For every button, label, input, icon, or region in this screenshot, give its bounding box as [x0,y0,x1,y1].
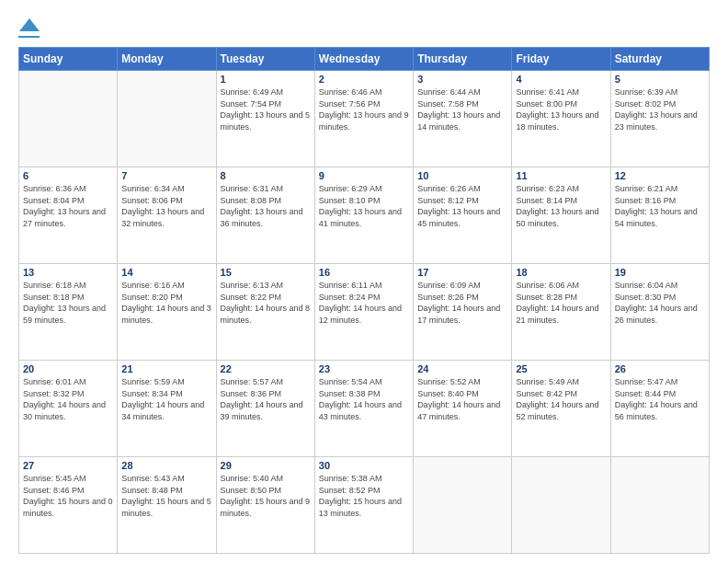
day-number: 3 [417,74,507,85]
logo-icon [19,17,40,33]
day-info: Sunrise: 6:09 AM Sunset: 8:26 PM Dayligh… [417,280,507,326]
calendar-week-row: 13Sunrise: 6:18 AM Sunset: 8:18 PM Dayli… [19,264,710,361]
day-number: 22 [221,363,311,374]
day-info: Sunrise: 6:36 AM Sunset: 8:04 PM Dayligh… [23,183,113,229]
page: Sunday Monday Tuesday Wednesday Thursday… [0,0,728,563]
day-info: Sunrise: 5:52 AM Sunset: 8:40 PM Dayligh… [417,376,507,422]
day-info: Sunrise: 5:43 AM Sunset: 8:48 PM Dayligh… [121,473,211,519]
day-number: 4 [516,74,606,85]
calendar-cell: 4Sunrise: 6:41 AM Sunset: 8:00 PM Daylig… [512,71,610,167]
calendar-cell: 1Sunrise: 6:49 AM Sunset: 7:54 PM Daylig… [216,71,314,167]
calendar-cell: 15Sunrise: 6:13 AM Sunset: 8:22 PM Dayli… [216,264,314,361]
col-monday: Monday [118,48,216,71]
day-number: 12 [615,170,705,181]
day-number: 7 [121,170,211,181]
day-number: 9 [319,170,409,181]
col-sunday: Sunday [19,48,118,71]
calendar-cell: 14Sunrise: 6:16 AM Sunset: 8:20 PM Dayli… [118,264,216,361]
calendar-cell: 28Sunrise: 5:43 AM Sunset: 8:48 PM Dayli… [118,457,216,554]
calendar-cell: 8Sunrise: 6:31 AM Sunset: 8:08 PM Daylig… [216,167,314,264]
day-number: 14 [121,267,211,278]
day-number: 28 [121,460,211,471]
day-number: 15 [221,267,311,278]
day-number: 2 [319,74,409,85]
calendar-cell: 16Sunrise: 6:11 AM Sunset: 8:24 PM Dayli… [314,264,413,361]
calendar-week-row: 1Sunrise: 6:49 AM Sunset: 7:54 PM Daylig… [19,71,710,167]
day-info: Sunrise: 6:13 AM Sunset: 8:22 PM Dayligh… [221,280,311,326]
calendar-week-row: 20Sunrise: 6:01 AM Sunset: 8:32 PM Dayli… [19,361,710,457]
day-info: Sunrise: 5:38 AM Sunset: 8:52 PM Dayligh… [319,473,409,519]
day-number: 6 [23,170,113,181]
day-info: Sunrise: 5:54 AM Sunset: 8:38 PM Dayligh… [319,376,409,422]
calendar-cell: 25Sunrise: 5:49 AM Sunset: 8:42 PM Dayli… [512,361,610,457]
calendar-cell: 7Sunrise: 6:34 AM Sunset: 8:06 PM Daylig… [118,167,216,264]
day-number: 10 [417,170,507,181]
day-number: 21 [121,363,211,374]
calendar-cell: 2Sunrise: 6:46 AM Sunset: 7:56 PM Daylig… [314,71,413,167]
col-friday: Friday [512,48,610,71]
calendar-week-row: 27Sunrise: 5:45 AM Sunset: 8:46 PM Dayli… [19,457,710,554]
calendar-cell: 22Sunrise: 5:57 AM Sunset: 8:36 PM Dayli… [216,361,314,457]
calendar-cell: 19Sunrise: 6:04 AM Sunset: 8:30 PM Dayli… [610,264,709,361]
calendar-cell [118,71,216,167]
day-number: 16 [319,267,409,278]
day-info: Sunrise: 6:31 AM Sunset: 8:08 PM Dayligh… [221,183,311,229]
calendar-cell: 21Sunrise: 5:59 AM Sunset: 8:34 PM Dayli… [118,361,216,457]
calendar-cell: 12Sunrise: 6:21 AM Sunset: 8:16 PM Dayli… [610,167,709,264]
col-tuesday: Tuesday [216,48,314,71]
day-number: 19 [615,267,705,278]
day-info: Sunrise: 6:11 AM Sunset: 8:24 PM Dayligh… [319,280,409,326]
calendar-cell: 29Sunrise: 5:40 AM Sunset: 8:50 PM Dayli… [216,457,314,554]
calendar-cell: 13Sunrise: 6:18 AM Sunset: 8:18 PM Dayli… [19,264,118,361]
day-number: 30 [319,460,409,471]
day-number: 13 [23,267,113,278]
day-number: 26 [615,363,705,374]
logo-line [18,36,40,38]
calendar-week-row: 6Sunrise: 6:36 AM Sunset: 8:04 PM Daylig… [19,167,710,264]
day-number: 8 [221,170,311,181]
calendar-cell: 6Sunrise: 6:36 AM Sunset: 8:04 PM Daylig… [19,167,118,264]
calendar-cell: 5Sunrise: 6:39 AM Sunset: 8:02 PM Daylig… [610,71,709,167]
calendar-cell [512,457,610,554]
day-number: 17 [417,267,507,278]
svg-marker-0 [19,18,40,31]
day-info: Sunrise: 5:45 AM Sunset: 8:46 PM Dayligh… [23,473,113,519]
col-wednesday: Wednesday [314,48,413,71]
day-number: 27 [23,460,113,471]
day-info: Sunrise: 6:49 AM Sunset: 7:54 PM Dayligh… [221,86,311,132]
day-info: Sunrise: 6:21 AM Sunset: 8:16 PM Dayligh… [615,183,705,229]
header [18,17,710,38]
day-number: 29 [221,460,311,471]
calendar-cell: 3Sunrise: 6:44 AM Sunset: 7:58 PM Daylig… [414,71,512,167]
logo [18,17,40,38]
calendar-cell: 30Sunrise: 5:38 AM Sunset: 8:52 PM Dayli… [314,457,413,554]
day-info: Sunrise: 5:47 AM Sunset: 8:44 PM Dayligh… [615,376,705,422]
calendar-cell: 20Sunrise: 6:01 AM Sunset: 8:32 PM Dayli… [19,361,118,457]
day-info: Sunrise: 6:23 AM Sunset: 8:14 PM Dayligh… [516,183,606,229]
day-info: Sunrise: 6:46 AM Sunset: 7:56 PM Dayligh… [319,86,409,132]
day-info: Sunrise: 6:01 AM Sunset: 8:32 PM Dayligh… [23,376,113,422]
logo-text [18,17,40,34]
day-number: 20 [23,363,113,374]
day-number: 23 [319,363,409,374]
day-info: Sunrise: 6:41 AM Sunset: 8:00 PM Dayligh… [516,86,606,132]
day-info: Sunrise: 6:04 AM Sunset: 8:30 PM Dayligh… [615,280,705,326]
calendar-cell: 27Sunrise: 5:45 AM Sunset: 8:46 PM Dayli… [19,457,118,554]
calendar-cell: 24Sunrise: 5:52 AM Sunset: 8:40 PM Dayli… [414,361,512,457]
calendar-cell: 11Sunrise: 6:23 AM Sunset: 8:14 PM Dayli… [512,167,610,264]
day-info: Sunrise: 5:57 AM Sunset: 8:36 PM Dayligh… [221,376,311,422]
day-info: Sunrise: 6:44 AM Sunset: 7:58 PM Dayligh… [417,86,507,132]
calendar-cell [19,71,118,167]
day-number: 25 [516,363,606,374]
col-saturday: Saturday [610,48,709,71]
day-number: 5 [615,74,705,85]
day-number: 1 [221,74,311,85]
day-info: Sunrise: 6:26 AM Sunset: 8:12 PM Dayligh… [417,183,507,229]
calendar-header-row: Sunday Monday Tuesday Wednesday Thursday… [19,48,710,71]
day-info: Sunrise: 6:34 AM Sunset: 8:06 PM Dayligh… [121,183,211,229]
day-info: Sunrise: 5:40 AM Sunset: 8:50 PM Dayligh… [221,473,311,519]
calendar-cell: 17Sunrise: 6:09 AM Sunset: 8:26 PM Dayli… [414,264,512,361]
day-info: Sunrise: 5:49 AM Sunset: 8:42 PM Dayligh… [516,376,606,422]
calendar-cell: 23Sunrise: 5:54 AM Sunset: 8:38 PM Dayli… [314,361,413,457]
day-info: Sunrise: 6:39 AM Sunset: 8:02 PM Dayligh… [615,86,705,132]
